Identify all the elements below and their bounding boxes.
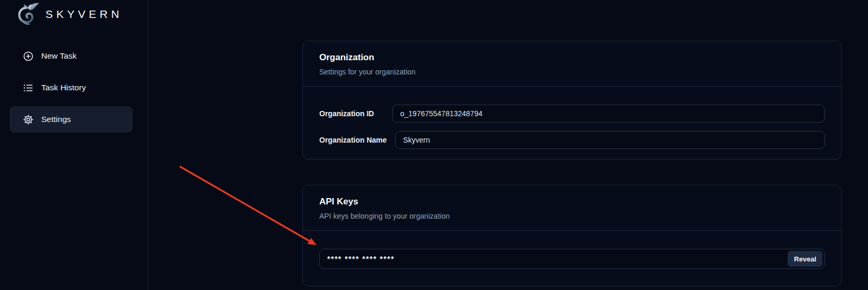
organization-name-input[interactable]: [395, 131, 825, 149]
skyvern-dragon-icon: [15, 2, 40, 27]
organization-name-row: Organization Name: [319, 131, 825, 149]
organization-name-label: Organization Name: [319, 136, 387, 144]
gear-icon: [23, 114, 34, 125]
api-keys-card-header: API Keys API keys belonging to your orga…: [303, 185, 841, 231]
organization-card: Organization Settings for your organizat…: [302, 41, 842, 160]
organization-id-label: Organization ID: [319, 109, 384, 118]
api-keys-title: API Keys: [319, 196, 825, 208]
sidebar-item-label: New Task: [41, 51, 77, 61]
sidebar-item-task-history[interactable]: Task History: [10, 74, 133, 101]
api-key-row: Reveal: [319, 249, 825, 269]
organization-title: Organization: [319, 52, 825, 63]
sidebar-item-new-task[interactable]: New Task: [10, 43, 133, 69]
organization-id-row: Organization ID: [319, 105, 825, 123]
sidebar-item-settings[interactable]: Settings: [10, 106, 133, 133]
plus-circle-icon: [23, 51, 34, 62]
organization-card-header: Organization Settings for your organizat…: [303, 41, 841, 87]
api-keys-card-content: Reveal: [303, 231, 841, 269]
organization-card-content: Organization ID Organization Name: [303, 87, 841, 149]
app-name: SKYVERN: [45, 8, 123, 21]
sidebar: SKYVERN New Task Task History: [0, 0, 148, 290]
sidebar-item-label: Task History: [41, 83, 86, 92]
sidebar-item-label: Settings: [41, 115, 71, 124]
api-key-masked-input[interactable]: [319, 249, 825, 269]
api-keys-card: API Keys API keys belonging to your orga…: [302, 185, 842, 286]
reveal-button[interactable]: Reveal: [788, 251, 823, 267]
organization-id-input[interactable]: [392, 105, 825, 123]
api-keys-subtitle: API keys belonging to your organization: [319, 212, 825, 220]
list-icon: [23, 82, 34, 93]
app-logo[interactable]: SKYVERN: [15, 1, 123, 27]
organization-subtitle: Settings for your organization: [319, 68, 825, 76]
sidebar-nav: New Task Task History Settings: [0, 43, 147, 133]
